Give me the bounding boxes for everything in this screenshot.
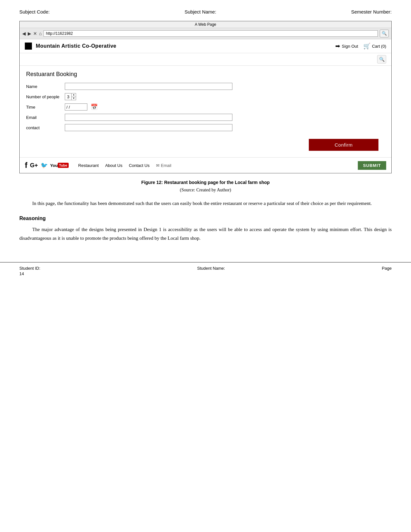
time-label: Time (26, 105, 62, 110)
email-label: Email (26, 115, 62, 120)
page-footer-row1: Student ID: Student Name: Page (19, 266, 392, 271)
body-paragraph-2: The major advantage of the designs being… (19, 225, 392, 243)
email-text: Email (161, 163, 171, 168)
page-header: Subject Code: Subject Name: Semester Num… (0, 0, 411, 18)
spinner-arrows[interactable]: ▲ ▼ (72, 93, 76, 100)
site-header: Mountain Artistic Co-Operative ➡ Sign Ou… (20, 39, 391, 53)
browser-mockup: A Web Page ◀ ▶ ✕ ⌂ 🔍 Mountain Artistic C… (19, 21, 392, 173)
footer-student-name-label: Student Name: (197, 266, 225, 271)
address-bar[interactable] (44, 30, 378, 37)
cart-button[interactable]: 🛒 Cart (0) (363, 43, 386, 50)
confirm-row: Confirm (26, 134, 385, 154)
email-icon: ✉ (156, 163, 160, 168)
email-row: Email (26, 114, 385, 121)
home-button[interactable]: ⌂ (39, 31, 42, 36)
page-footer-row2: 14 (19, 271, 392, 276)
youtube-container[interactable]: You Tube (50, 163, 69, 168)
email-input[interactable] (65, 114, 232, 121)
browser-title-bar: A Web Page (20, 21, 391, 28)
footer-social: f G+ 🐦 You Tube (25, 161, 69, 170)
search-bar-row: 🔍 (20, 53, 391, 66)
cart-label: Cart (0) (372, 44, 386, 49)
semester-number-label: Semester Number: (351, 9, 392, 15)
contact-row: contact (26, 124, 385, 131)
sign-out-button[interactable]: ➡ Sign Out (335, 43, 358, 50)
calendar-icon[interactable]: 📅 (91, 103, 98, 111)
sign-out-label: Sign Out (342, 44, 358, 49)
footer-submit-button[interactable]: SUBMIT (358, 161, 386, 170)
sign-out-icon: ➡ (335, 43, 340, 50)
browser-title-text: A Web Page (195, 22, 216, 27)
site-header-right: ➡ Sign Out 🛒 Cart (0) (335, 43, 386, 50)
body-paragraph-1: In this page, the functionality has been… (19, 199, 392, 208)
figure-caption: Figure 12: Restaurant booking page for t… (19, 180, 392, 185)
youtube-you-text: You (50, 163, 58, 168)
site-search-icon: 🔍 (379, 57, 385, 62)
footer-nav-about[interactable]: About Us (105, 163, 122, 168)
main-content: A Web Page ◀ ▶ ✕ ⌂ 🔍 Mountain Artistic C… (0, 21, 411, 243)
contact-input[interactable] (65, 124, 232, 131)
section-heading-reasoning: Reasoning (19, 216, 392, 221)
contact-label: contact (26, 125, 62, 130)
site-logo (25, 43, 32, 50)
time-input-row: 📅 (65, 103, 98, 111)
num-people-label: Number of people (26, 94, 62, 99)
subject-code-label: Subject Code: (19, 9, 50, 15)
confirm-button[interactable]: Confirm (309, 139, 378, 151)
spinner-up[interactable]: ▲ (72, 93, 76, 97)
source-caption: (Source: Created by Author) (19, 188, 392, 193)
name-row: Name (26, 83, 385, 90)
spinner-down[interactable]: ▼ (72, 97, 76, 101)
footer-email: ✉ Email (156, 163, 171, 168)
footer-nav-contact[interactable]: Contact Us (129, 163, 150, 168)
page-number: 14 (19, 271, 24, 276)
booking-section: Restuarant Booking Name Number of people… (20, 66, 391, 157)
back-button[interactable]: ◀ (22, 31, 26, 36)
footer-nav-restaurant[interactable]: Restaurant (78, 163, 99, 168)
booking-title: Restuarant Booking (26, 71, 385, 78)
close-button[interactable]: ✕ (33, 31, 37, 36)
browser-search-icon: 🔍 (382, 31, 387, 36)
time-row: Time 📅 (26, 103, 385, 111)
spinner-value: 3 (65, 93, 72, 100)
time-input[interactable] (65, 103, 87, 111)
googleplus-icon[interactable]: G+ (30, 162, 38, 169)
site-title: Mountain Artistic Co-Operative (36, 43, 116, 49)
browser-search-button[interactable]: 🔍 (380, 30, 389, 37)
site-search-button[interactable]: 🔍 (377, 55, 386, 63)
footer-nav: Restaurant About Us Contact Us (78, 163, 150, 168)
num-people-spinner[interactable]: 3 ▲ ▼ (65, 93, 76, 100)
site-footer: f G+ 🐦 You Tube Restaurant About Us Cont… (20, 157, 391, 173)
footer-page-label: Page (382, 266, 392, 271)
footer-student-id-label: Student ID: (19, 266, 40, 271)
twitter-icon[interactable]: 🐦 (41, 162, 48, 169)
subject-name-label: Subject Name: (184, 9, 216, 15)
cart-icon: 🛒 (363, 43, 370, 50)
youtube-tube-badge: Tube (58, 163, 68, 168)
forward-button[interactable]: ▶ (28, 31, 31, 36)
website-content: Mountain Artistic Co-Operative ➡ Sign Ou… (20, 39, 391, 173)
name-label: Name (26, 84, 62, 89)
num-people-row: Number of people 3 ▲ ▼ (26, 93, 385, 100)
name-input[interactable] (65, 83, 232, 90)
browser-toolbar: ◀ ▶ ✕ ⌂ 🔍 (20, 28, 391, 39)
page-footer: Student ID: Student Name: Page 14 (0, 262, 411, 279)
facebook-icon[interactable]: f (25, 161, 27, 170)
